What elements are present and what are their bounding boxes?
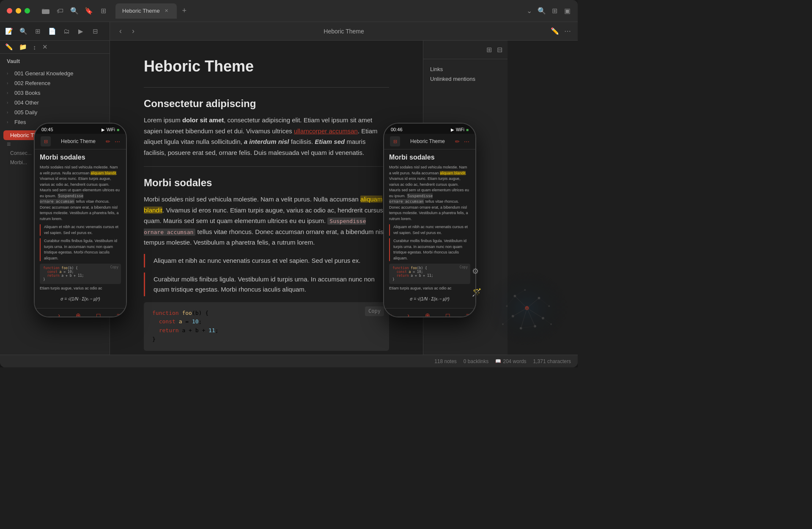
tab-bar: Heboric Theme ✕ +	[115, 3, 520, 19]
phone-left-nav-icon[interactable]: ⊟	[41, 136, 51, 146]
phone-left-footer: ‹ › ⊕ ◻ ≡	[35, 308, 126, 318]
tab-close-button[interactable]: ✕	[163, 8, 170, 14]
blockquote-text-1: Aliquam et nibh ac nunc venenatis cursus…	[154, 256, 389, 266]
phone-left-copy[interactable]: Copy	[110, 265, 118, 269]
new-note-icon[interactable]: ✏️	[5, 43, 13, 51]
phone-right-page-icon[interactable]: ◻	[445, 312, 450, 318]
sidebar-stack-icon[interactable]: 🗂	[63, 28, 70, 35]
blockquote-1: Aliquam et nibh ac nunc venenatis cursus…	[144, 254, 389, 267]
phone-left-forward-icon[interactable]: ›	[58, 312, 60, 318]
search-icon[interactable]: 🔍	[71, 7, 78, 15]
chevron-icon: ›	[7, 91, 12, 95]
sidebar-page-icon[interactable]: 📄	[48, 28, 56, 35]
edit-icon[interactable]: ✏️	[551, 27, 559, 35]
more-icon[interactable]: ⋯	[564, 27, 571, 35]
back-button[interactable]: ‹	[117, 26, 124, 36]
note-title: Heboric Theme	[144, 58, 389, 75]
right-panel-toolbar: ⊞ ⊟	[423, 41, 508, 59]
unlinked-mentions-item[interactable]: Unlinked mentions	[430, 74, 501, 84]
links-item[interactable]: Links	[430, 64, 501, 74]
phone-left-content: Morbi sodales Morbi sodales nisl sed veh…	[35, 149, 126, 308]
phone-right-plus-icon[interactable]: ⊕	[425, 312, 430, 318]
split-view-icon[interactable]: ▣	[563, 7, 571, 15]
chevron-down-icon[interactable]: ⌄	[525, 7, 533, 15]
close-button[interactable]	[7, 8, 12, 14]
sidebar-terminal-icon[interactable]: ▶	[77, 28, 85, 35]
sidebar-item-label: 002 Reference	[14, 80, 103, 86]
chevron-icon: ›	[7, 120, 12, 124]
notes-count: 118 notes	[434, 358, 457, 364]
phone-left-bq-text-2: Curabitur mollis finibus ligula. Vestibu…	[44, 238, 121, 261]
code-block-1: Copy function foo(b) { const a = 10; ret…	[144, 302, 389, 351]
wand-icon[interactable]: 🪄	[472, 288, 481, 297]
phone-right-footer: ‹ › ⊕ ◻ ≡	[384, 308, 475, 318]
phone-left-bq-text-1: Aliquam et nibh ac nunc venenatis cursus…	[44, 224, 121, 236]
sidebar-item-books[interactable]: › 003 Books	[0, 88, 110, 98]
status-notes: 118 notes	[434, 358, 457, 364]
right-panel-links: Links Unlinked mentions	[423, 59, 508, 89]
svg-rect-0	[42, 9, 49, 14]
phone-right-math: σ = √(1/N · Σ(xᵢ − μ)²)	[389, 294, 470, 304]
new-folder-icon[interactable]: 📁	[19, 43, 27, 51]
sidebar-item-reference[interactable]: › 002 Reference	[0, 78, 110, 88]
phone-left-status-icons: ▶WiFi■	[102, 127, 119, 132]
collapse-icon[interactable]: ≡	[7, 141, 11, 148]
person-search-icon[interactable]: 🔍	[538, 7, 546, 15]
sidebar-item-label: 003 Books	[14, 90, 103, 96]
phone-right-more-icon[interactable]: ⋯	[464, 138, 469, 145]
phone-right-copy[interactable]: Copy	[460, 265, 468, 269]
tab-label: Heboric Theme	[122, 8, 160, 14]
phone-mockup-left: 00:45 ▶WiFi■ ⊟ Heboric Theme ✏ ⋯ Morbi s…	[34, 123, 127, 317]
tag-icon[interactable]: 🏷	[56, 7, 64, 15]
main-tab[interactable]: Heboric Theme ✕	[115, 3, 177, 19]
copy-button[interactable]: Copy	[365, 306, 384, 316]
phone-left-code-block: Copy function foo(b) { const a = 10; ret…	[40, 264, 121, 284]
minimize-button[interactable]	[16, 8, 21, 14]
phone-right-blockquote-2: Curabitur mollis finibus ligula. Vestibu…	[389, 238, 470, 261]
phone-left-blockquote-1: Aliquam et nibh ac nunc venenatis cursus…	[40, 224, 121, 236]
code-line-4: }	[152, 335, 381, 344]
section-title-1: Consectetur adipiscing	[144, 98, 389, 110]
phone-right-bq-text-1: Aliquam et nibh ac nunc venenatis cursus…	[393, 224, 470, 236]
phone-left-more-icon[interactable]: ⋯	[115, 138, 120, 145]
editor-main: Heboric Theme Consectetur adipiscing Lor…	[110, 41, 423, 355]
bookmark-icon[interactable]: 🔖	[85, 7, 93, 15]
layout-icon[interactable]: ⊞	[99, 7, 107, 15]
network-graph	[480, 268, 573, 348]
phone-right-code-block: Copy function foo(b) { const a = 10; ret…	[389, 264, 470, 284]
phone-left-plus-icon[interactable]: ⊕	[76, 312, 81, 318]
divider-2	[144, 166, 389, 167]
sort-icon[interactable]: ↕	[33, 44, 36, 51]
new-tab-button[interactable]: +	[178, 5, 190, 17]
graph-icon[interactable]: ⊞	[551, 7, 558, 15]
sidebar-search-icon[interactable]: 🔍	[19, 28, 27, 35]
sidebar-item-daily[interactable]: › 005 Daily	[0, 107, 110, 117]
folder-icon[interactable]	[42, 7, 49, 15]
sidebar-notes-icon[interactable]: 📝	[5, 28, 13, 35]
phone-left-text-1: Morbi sodales nisl sed vehicula molestie…	[40, 165, 121, 222]
highlighted-text: aliquam blandit	[144, 196, 382, 214]
phone-right-status-bar: 00:46 ▶WiFi■	[384, 124, 475, 134]
phone-right-forward-icon[interactable]: ›	[407, 312, 409, 318]
phone-left-edit-icon[interactable]: ✏	[106, 138, 110, 145]
right-panel-icon-1[interactable]: ⊞	[486, 46, 492, 54]
sidebar-item-general-knowledge[interactable]: › 001 General Knowledge	[0, 69, 110, 78]
sidebar-grid-icon[interactable]: ⊞	[34, 28, 41, 35]
forward-button[interactable]: ›	[129, 26, 137, 36]
phone-left-page-icon[interactable]: ◻	[96, 312, 101, 318]
maximize-button[interactable]	[25, 8, 30, 14]
close-sidebar-icon[interactable]: ✕	[42, 43, 48, 51]
gear-icon[interactable]: ⚙	[472, 267, 481, 276]
link-ullamcorper[interactable]: ullamcorper accumsan	[294, 127, 358, 135]
phone-right-edit-icon[interactable]: ✏	[455, 138, 460, 145]
status-characters: 1,371 characters	[533, 358, 571, 364]
sidebar-item-other[interactable]: › 004 Other	[0, 98, 110, 107]
nav-bar: ‹ › Heboric Theme ✏️ ⋯	[110, 22, 578, 41]
chevron-icon: ›	[7, 81, 12, 85]
right-panel-icon-2[interactable]: ⊟	[497, 46, 502, 54]
status-words: 📖 204 words	[495, 358, 526, 364]
phone-right-text-2: Etiam turpis augue, varius ac odio ac	[389, 286, 470, 292]
phone-right-nav-icon[interactable]: ⊟	[390, 136, 400, 146]
traffic-lights	[7, 8, 30, 14]
sidebar-table-icon[interactable]: ⊟	[91, 28, 99, 35]
